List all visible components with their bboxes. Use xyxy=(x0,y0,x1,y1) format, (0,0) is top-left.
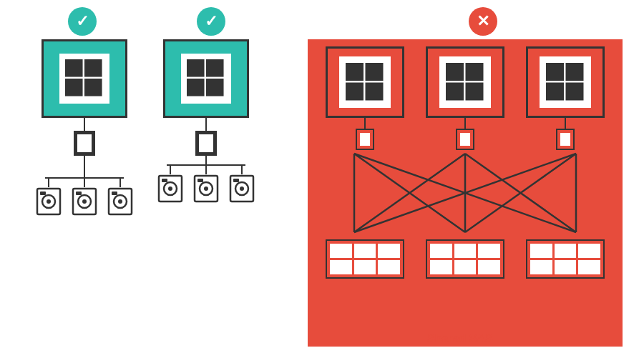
svg-rect-15 xyxy=(112,192,117,195)
svg-rect-34 xyxy=(346,82,364,100)
storage-block-1 xyxy=(326,239,404,279)
svg-rect-36 xyxy=(446,63,464,81)
servers-row xyxy=(315,46,615,150)
svg-rect-40 xyxy=(546,63,564,81)
server-box-red-1 xyxy=(326,46,404,118)
connector-line-1b xyxy=(84,156,85,177)
svg-rect-3 xyxy=(84,79,102,96)
scenario-2 xyxy=(157,39,255,203)
storage-row xyxy=(315,239,615,279)
win-logo-red-3 xyxy=(540,56,591,108)
svg-point-30 xyxy=(240,187,244,191)
drives-tree-1 xyxy=(36,177,133,219)
status-cross: ✕ xyxy=(469,7,497,36)
drive-icon xyxy=(72,187,97,219)
svg-rect-43 xyxy=(565,82,583,100)
win-logo-red-1 xyxy=(339,56,391,108)
svg-rect-32 xyxy=(346,63,364,81)
drive-icon xyxy=(229,174,255,203)
svg-point-6 xyxy=(47,199,51,204)
svg-rect-27 xyxy=(197,179,203,182)
svg-rect-11 xyxy=(76,192,82,195)
svg-rect-39 xyxy=(465,82,483,100)
cross-connections xyxy=(315,150,615,236)
drives-tree-2 xyxy=(157,156,255,203)
svg-point-22 xyxy=(168,187,172,191)
svg-rect-23 xyxy=(162,179,167,182)
svg-rect-35 xyxy=(365,82,383,100)
hba-red-2 xyxy=(456,129,474,150)
storage-block-2 xyxy=(426,239,504,279)
win-logo-red-2 xyxy=(439,56,491,108)
svg-rect-19 xyxy=(206,79,224,96)
windows-logo-1 xyxy=(59,54,109,104)
connector-line-1 xyxy=(84,118,85,131)
server-box-2 xyxy=(163,39,249,118)
server-box-red-2 xyxy=(426,46,504,118)
svg-rect-31 xyxy=(233,179,239,182)
status-check-2: ✓ xyxy=(197,7,225,36)
svg-rect-37 xyxy=(465,63,483,81)
svg-rect-42 xyxy=(546,82,564,100)
storage-block-3 xyxy=(526,239,605,279)
svg-rect-41 xyxy=(565,63,583,81)
main-diagram: ✓ ✓ ✕ xyxy=(0,0,644,358)
svg-rect-18 xyxy=(187,79,205,96)
server-red-2 xyxy=(426,46,504,150)
status-check-1: ✓ xyxy=(68,7,97,36)
hba-1 xyxy=(74,131,95,156)
windows-logo-2 xyxy=(181,54,231,104)
server-box-1 xyxy=(42,39,127,118)
hba-red-1 xyxy=(356,129,374,150)
hba-2 xyxy=(195,131,217,156)
svg-rect-38 xyxy=(446,82,464,100)
drive-icon xyxy=(36,187,62,219)
svg-rect-17 xyxy=(206,59,224,77)
svg-point-10 xyxy=(82,199,87,204)
svg-rect-2 xyxy=(65,79,83,96)
svg-rect-0 xyxy=(65,59,83,77)
server-box-red-3 xyxy=(526,46,605,118)
svg-point-26 xyxy=(204,187,208,191)
scenario-1 xyxy=(36,39,133,219)
drive-icon xyxy=(157,174,183,203)
svg-rect-33 xyxy=(365,63,383,81)
shared-sas-panel xyxy=(308,39,623,347)
drive-icon xyxy=(193,174,219,203)
server-red-3 xyxy=(526,46,605,150)
svg-point-14 xyxy=(118,199,122,204)
svg-rect-1 xyxy=(84,59,102,77)
drive-icon xyxy=(107,187,133,219)
server-red-1 xyxy=(326,46,404,150)
hba-red-3 xyxy=(556,129,575,150)
svg-rect-7 xyxy=(40,192,46,195)
shared-sas-label: Shared SAS xyxy=(427,332,493,345)
svg-rect-16 xyxy=(187,59,205,77)
